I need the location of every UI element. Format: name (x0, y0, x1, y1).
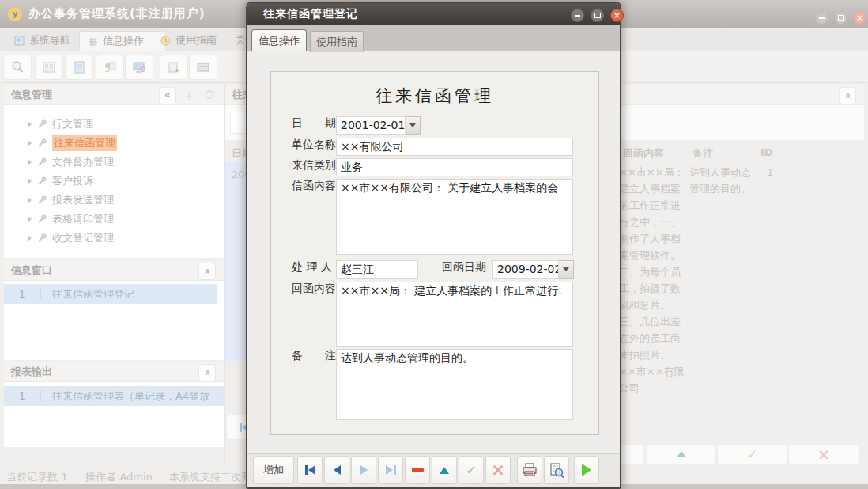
content-textarea[interactable]: ××市××有限公司： 关于建立人事档案的会 (336, 179, 573, 255)
dialog-tab-info-ops[interactable]: 信息操作 (251, 29, 307, 51)
cell-note[interactable]: 达到人事动态管理的目的。 (689, 164, 753, 197)
expand-arrow-icon[interactable] (28, 216, 32, 222)
first-arrow-icon (308, 465, 315, 475)
tree-item-label: 往来信函管理 (52, 135, 117, 151)
expand-arrow-icon[interactable] (28, 159, 32, 165)
print-button[interactable] (517, 456, 542, 484)
form-title: 往来信函管理 (271, 85, 598, 107)
minimize-button[interactable] (815, 11, 828, 25)
note-textarea[interactable]: 达到人事动态管理的目的。 (336, 349, 573, 420)
play-icon (582, 464, 591, 476)
dialog-minimize-button[interactable] (571, 9, 584, 22)
correspondence-form: 往来信函管理 日 期 2001-02-01 单位名称 ××有限公司 来信类别 业… (270, 71, 599, 435)
check-icon: ✓ (747, 447, 757, 462)
last-arrow-icon (386, 465, 393, 475)
cell-id[interactable]: 1 (767, 164, 773, 180)
collapse-reports-button[interactable]: « (198, 364, 216, 381)
note-label: 备 注 (292, 349, 336, 363)
preview-button[interactable] (544, 456, 569, 484)
dialog-title: 往来信函管理登记 (263, 7, 358, 21)
search-tool-button[interactable] (3, 55, 32, 80)
dialog-close-button[interactable]: × (610, 9, 624, 22)
expand-arrow-icon[interactable] (28, 235, 32, 241)
tree-item[interactable]: 行文管理 (28, 116, 93, 133)
tree-item[interactable]: 报表发送管理 (28, 191, 114, 209)
reply-textarea[interactable]: ××市××局： 建立人事档案的工作正常进行. (336, 282, 573, 347)
delete-record-button[interactable] (405, 456, 430, 484)
tree-item[interactable]: 收文登记管理 (28, 229, 114, 247)
tree-item[interactable]: 客户投诉 (28, 172, 93, 190)
row-label: 往来信函管理表（单记录，A4竖放 (41, 389, 209, 404)
expand-arrow-icon[interactable] (28, 197, 32, 203)
tree-item-selected[interactable]: 往来信函管理 (28, 135, 117, 152)
col-header-note[interactable]: 备注 (693, 146, 713, 161)
reply-date-dropdown-button[interactable] (559, 260, 574, 279)
dialog-tabstrip: 信息操作 使用指南 (247, 25, 620, 51)
date-dropdown-button[interactable] (406, 116, 421, 135)
expand-arrow-icon[interactable] (28, 140, 32, 146)
x-icon: × (817, 445, 830, 463)
refresh-icon[interactable] (203, 89, 215, 100)
unit-field[interactable]: ××有限公司 (336, 138, 573, 156)
row-number: 1 (4, 288, 41, 300)
monitor-tool-button[interactable] (125, 55, 153, 80)
status-note: 本系统支持二次开 (169, 470, 251, 484)
confirm-button[interactable]: ✓ (459, 456, 484, 484)
status-record-count: 当前记录数 1 (6, 470, 67, 484)
expand-arrow-icon[interactable] (28, 178, 32, 184)
collapse-grid-button[interactable]: « (839, 87, 856, 104)
close-icon: × (613, 12, 620, 20)
reply-date-label: 回函日期 (442, 260, 486, 275)
collapse-windows-button[interactable]: « (198, 263, 216, 280)
handler-field[interactable]: 赵三江 (336, 260, 418, 279)
col-header-reply[interactable]: 回函内容 (623, 146, 664, 161)
chevron-down-icon (409, 123, 416, 127)
run-button[interactable] (574, 456, 599, 484)
cancel-button[interactable]: × (485, 456, 511, 484)
dialog-maximize-button[interactable] (591, 9, 604, 22)
maximize-button[interactable] (834, 11, 847, 25)
handler-label: 处 理 人 (292, 260, 336, 275)
expand-arrow-icon[interactable] (28, 121, 32, 127)
report-list-item[interactable]: 1 往来信函管理表（单记录，A4竖放 (4, 386, 224, 406)
minimize-icon (575, 15, 580, 17)
sidebar: 信息管理 « + 行文管理 往来信函管理 文件督办管理 (4, 85, 225, 464)
close-button[interactable]: × (853, 11, 866, 25)
nav-next-button[interactable] (351, 456, 376, 484)
bg-up-button[interactable] (646, 444, 716, 464)
document-tool-button[interactable] (65, 55, 93, 80)
printer-icon (522, 463, 538, 477)
tree-item-label: 行文管理 (52, 117, 93, 131)
nav-prev-button[interactable] (324, 456, 349, 484)
dialog-tab-guide[interactable]: 使用指南 (310, 31, 364, 52)
clock-icon (160, 36, 171, 46)
add-icon[interactable]: + (184, 87, 194, 106)
window-list-item[interactable]: 1 往来信函管理登记 (4, 284, 217, 304)
list-tool-button[interactable] (35, 55, 63, 80)
edit-record-button[interactable] (432, 456, 457, 484)
type-field[interactable]: 业务 (336, 158, 573, 176)
reports-panel-body: 1 往来信函管理表（单记录，A4竖放 (4, 382, 224, 447)
tree-item[interactable]: 表格请印管理 (28, 210, 114, 228)
add-record-button[interactable]: 增加 (253, 456, 294, 484)
tree-item-label: 表格请印管理 (52, 212, 114, 226)
collapse-left-button[interactable]: « (159, 87, 176, 104)
doc-add-icon (167, 60, 181, 74)
date-combobox[interactable]: 2001-02-01 (336, 116, 406, 135)
bg-confirm-button[interactable]: ✓ (717, 444, 787, 464)
reply-date-combobox[interactable]: 2009-02-02 (492, 260, 559, 279)
add-label: 增加 (263, 463, 284, 477)
tool-icon (37, 157, 47, 167)
nav-first-button[interactable] (297, 456, 323, 484)
tool-icon (37, 119, 47, 129)
nav-last-button[interactable] (378, 456, 403, 484)
user-board-tool-button[interactable] (96, 55, 124, 80)
tree-item[interactable]: 文件督办管理 (28, 154, 114, 171)
doc-add-tool-button[interactable] (160, 55, 188, 80)
drawer-tool-button[interactable] (189, 55, 217, 80)
maximize-icon (594, 13, 601, 18)
tree-item-label: 收文登记管理 (52, 231, 114, 245)
tree-item-label: 报表发送管理 (52, 193, 114, 207)
col-header-id[interactable]: ID (760, 146, 773, 158)
bg-cancel-button[interactable]: × (788, 444, 859, 464)
